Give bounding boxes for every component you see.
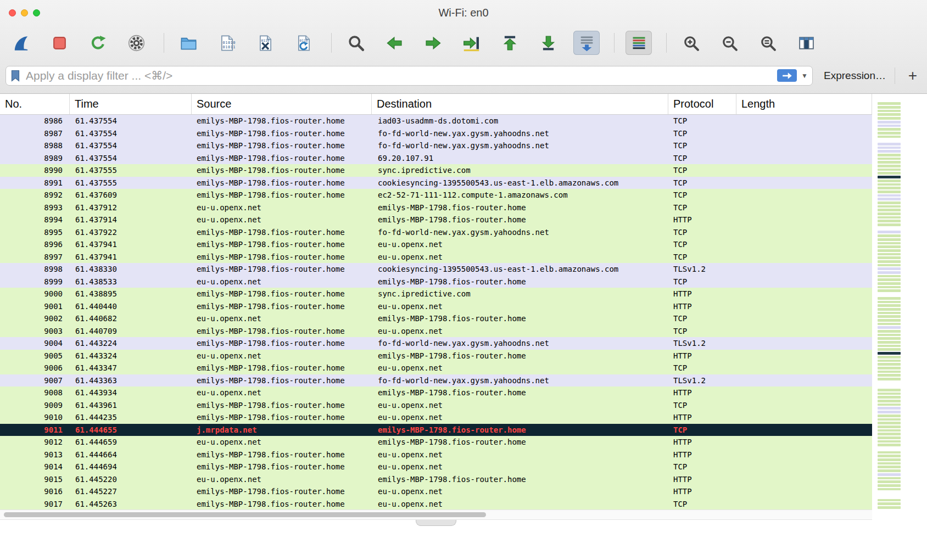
zoom-original-button[interactable] — [755, 31, 781, 55]
previous-packet-button[interactable] — [381, 31, 407, 55]
minimap-stripe — [878, 480, 901, 483]
auto-scroll-button[interactable] — [573, 31, 600, 55]
packet-row[interactable]: 899261.437609emilys-MBP-1798.fios-router… — [0, 189, 872, 201]
intelligent-scrollbar[interactable] — [878, 94, 901, 510]
packet-row[interactable]: 899461.437914eu-u.openx.netemilys-MBP-17… — [0, 214, 872, 226]
filter-placeholder: Apply a display filter ... <⌘/> — [26, 69, 777, 82]
packet-row[interactable]: 899961.438533eu-u.openx.netemilys-MBP-17… — [0, 276, 872, 288]
packet-row[interactable]: 899761.437941emilys-MBP-1798.fios-router… — [0, 251, 872, 264]
packet-list[interactable]: 898661.437554emilys-MBP-1798.fios-router… — [0, 115, 872, 510]
last-packet-button[interactable] — [535, 31, 561, 55]
packet-row[interactable]: 901661.445227emilys-MBP-1798.fios-router… — [0, 485, 872, 498]
reload-file-button[interactable]: 0110 — [291, 31, 317, 55]
zoom-window-button[interactable] — [33, 9, 40, 16]
cell-time: 61.440709 — [70, 325, 192, 338]
packet-row[interactable]: 900561.443324eu-u.openx.netemilys-MBP-17… — [0, 350, 872, 362]
packet-row[interactable]: 900261.440682eu-u.openx.netemilys-MBP-17… — [0, 312, 872, 325]
packet-row[interactable]: 899361.437912eu-u.openx.netemilys-MBP-17… — [0, 201, 872, 214]
add-filter-button[interactable]: + — [905, 68, 920, 83]
cell-time: 61.444655 — [70, 424, 192, 436]
resize-columns-button[interactable] — [793, 31, 819, 55]
filter-dropdown-chevron[interactable]: ▼ — [801, 72, 808, 80]
horizontal-scrollbar[interactable] — [0, 509, 872, 520]
go-to-packet-button[interactable] — [458, 31, 484, 55]
open-file-button[interactable] — [175, 31, 202, 55]
cell-no: 9003 — [0, 325, 70, 338]
minimap-stripe — [878, 433, 901, 435]
packet-row[interactable]: 898661.437554emilys-MBP-1798.fios-router… — [0, 115, 872, 127]
next-packet-button[interactable] — [420, 31, 446, 55]
zoom-out-button[interactable] — [716, 31, 742, 55]
packet-row[interactable]: 900961.443961emilys-MBP-1798.fios-router… — [0, 399, 872, 412]
column-header-length[interactable]: Length — [736, 94, 872, 114]
packet-row[interactable]: 899061.437555emilys-MBP-1798.fios-router… — [0, 164, 872, 177]
find-packet-button[interactable] — [343, 31, 369, 55]
display-filter-input[interactable]: Apply a display filter ... <⌘/> ▼ — [5, 66, 813, 86]
svg-text:0110: 0110 — [299, 38, 308, 42]
minimize-window-button[interactable] — [21, 9, 28, 16]
packet-row[interactable]: 901361.444664emilys-MBP-1798.fios-router… — [0, 449, 872, 461]
packet-row[interactable]: 901261.444659eu-u.openx.netemilys-MBP-17… — [0, 436, 872, 449]
packet-row[interactable]: 899161.437555emilys-MBP-1798.fios-router… — [0, 177, 872, 189]
reload-document-icon: 0110 — [295, 34, 313, 52]
cell-time: 61.437555 — [70, 164, 192, 177]
cell-no: 9006 — [0, 362, 70, 374]
packet-row[interactable]: 900861.443934eu-u.openx.netemilys-MBP-17… — [0, 387, 872, 399]
stop-capture-button[interactable] — [46, 31, 72, 55]
packet-row[interactable]: 899861.438330emilys-MBP-1798.fios-router… — [0, 263, 872, 276]
packet-row[interactable]: 900661.443347emilys-MBP-1798.fios-router… — [0, 362, 872, 374]
column-header-source[interactable]: Source — [192, 94, 372, 114]
zoom-in-button[interactable] — [678, 31, 704, 55]
packet-row[interactable]: 900761.443363emilys-MBP-1798.fios-router… — [0, 374, 872, 387]
minimap-stripe — [878, 308, 901, 311]
capture-options-button[interactable] — [123, 31, 149, 55]
cell-src: emilys-MBP-1798.fios-router.home — [192, 498, 372, 511]
column-header-protocol[interactable]: Protocol — [668, 94, 736, 114]
packet-row[interactable]: 898861.437554emilys-MBP-1798.fios-router… — [0, 139, 872, 152]
column-header-destination[interactable]: Destination — [372, 94, 668, 114]
cell-dst: eu-u.openx.net — [372, 449, 668, 461]
packet-row[interactable]: 900361.440709emilys-MBP-1798.fios-router… — [0, 325, 872, 338]
packet-row[interactable]: 901461.444694emilys-MBP-1798.fios-router… — [0, 461, 872, 473]
cell-no: 8998 — [0, 263, 70, 276]
packet-row[interactable]: 901561.445220eu-u.openx.netemilys-MBP-17… — [0, 473, 872, 486]
expression-button[interactable]: Expression… — [824, 70, 886, 82]
cell-proto: HTTP — [668, 350, 736, 362]
packet-row[interactable]: 898961.437554emilys-MBP-1798.fios-router… — [0, 152, 872, 165]
cell-dst: emilys-MBP-1798.fios-router.home — [372, 473, 668, 486]
minimap-stripe — [878, 334, 901, 337]
cell-src: emilys-MBP-1798.fios-router.home — [192, 139, 372, 152]
cell-len — [736, 362, 872, 374]
packet-row[interactable]: 901761.445263emilys-MBP-1798.fios-router… — [0, 498, 872, 511]
packet-row[interactable]: 898761.437554emilys-MBP-1798.fios-router… — [0, 127, 872, 140]
minimap-stripe — [878, 319, 901, 322]
close-window-button[interactable] — [9, 9, 16, 16]
close-file-button[interactable]: 0110 — [252, 31, 278, 55]
cell-proto: TCP — [668, 115, 736, 127]
restart-capture-button[interactable] — [85, 31, 111, 55]
save-file-button[interactable]: 01010 01011 — [214, 31, 240, 55]
column-header-no[interactable]: No. — [0, 94, 70, 114]
filter-bookmark-button[interactable] — [10, 69, 21, 82]
cell-time: 61.437912 — [70, 201, 192, 214]
colorize-button[interactable] — [626, 31, 652, 55]
start-capture-button[interactable] — [8, 31, 34, 55]
packet-row[interactable]: 899661.437941emilys-MBP-1798.fios-router… — [0, 238, 872, 251]
minimap-stripe — [878, 245, 901, 248]
apply-filter-button[interactable] — [777, 69, 797, 82]
packet-row[interactable]: 901061.444235emilys-MBP-1798.fios-router… — [0, 411, 872, 424]
cell-time: 61.438533 — [70, 276, 192, 288]
cell-time: 61.437914 — [70, 214, 192, 226]
column-header-time[interactable]: Time — [70, 94, 192, 114]
packet-row[interactable]: 900061.438895emilys-MBP-1798.fios-router… — [0, 288, 872, 300]
packet-row[interactable]: 899561.437922emilys-MBP-1798.fios-router… — [0, 226, 872, 239]
cell-src: eu-u.openx.net — [192, 276, 372, 288]
packet-row[interactable]: 900461.443224emilys-MBP-1798.fios-router… — [0, 337, 872, 350]
cell-proto: TCP — [668, 164, 736, 177]
pane-splitter-handle[interactable] — [416, 520, 456, 526]
minimap-stripe — [878, 191, 901, 193]
first-packet-button[interactable] — [496, 31, 523, 55]
packet-row[interactable]: 900161.440440emilys-MBP-1798.fios-router… — [0, 300, 872, 313]
horizontal-scrollbar-thumb[interactable] — [4, 512, 486, 517]
packet-row[interactable]: 901161.444655j.mrpdata.netemilys-MBP-179… — [0, 424, 872, 436]
